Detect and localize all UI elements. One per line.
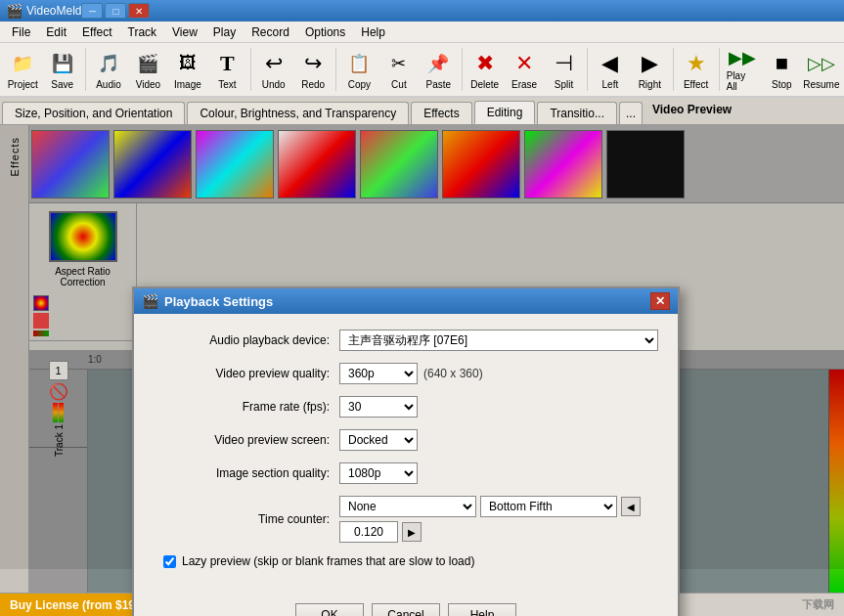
main-content: Effects Aspect RatioCorrection 1:0 [0,125,844,593]
video-icon: 🎬 [134,50,161,77]
toolbar-split[interactable]: ⊣ Split [545,45,582,94]
toolbar-delete-label: Delete [470,79,499,90]
image-quality-select[interactable]: 360p 480p 720p 1080p [339,462,418,484]
menu-track[interactable]: Track [120,22,165,42]
toolbar-paste-label: Paste [426,79,452,90]
split-icon: ⊣ [551,50,578,77]
toolbar-right-label: Right [639,79,661,90]
menu-options[interactable]: Options [297,22,353,42]
toolbar-audio[interactable]: 🎵 Audio [90,45,127,94]
tab-colour[interactable]: Colour, Brightness, and Transparency [187,102,409,124]
toolbar-left[interactable]: ◀ Left [592,45,629,94]
buy-license-button[interactable]: Buy License (from $19) [0,594,149,616]
toolbar-playall[interactable]: ▶▶ Play All [724,45,761,94]
toolbar-playall-label: Play All [727,70,758,92]
toolbar-erase-label: Erase [511,79,537,90]
toolbar-separator-1 [85,48,86,91]
toolbar-undo-label: Undo [262,79,286,90]
dialog-title-text: Playback Settings [164,294,273,309]
menu-effect[interactable]: Effect [74,22,119,42]
frame-rate-row: Frame rate (fps): 15 24 25 30 60 [154,396,658,418]
copy-icon: 📋 [345,50,373,77]
right-icon: ▶ [636,50,663,77]
toolbar-erase[interactable]: ✕ Erase [506,45,543,94]
lazy-preview-checkbox[interactable] [163,555,176,568]
toolbar-right[interactable]: ▶ Right [631,45,668,94]
effect-icon: ★ [683,50,710,77]
toolbar-audio-label: Audio [96,79,121,90]
image-quality-row: Image section quality: 360p 480p 720p 10… [154,462,658,484]
menu-help[interactable]: Help [353,22,393,42]
audio-device-select[interactable]: 主声音驱动程序 [07E6] [339,330,658,351]
image-icon: 🖼 [174,50,201,77]
left-icon: ◀ [597,50,624,77]
toolbar-image-label: Image [174,79,201,90]
menu-record[interactable]: Record [244,22,297,42]
toolbar-cut[interactable]: ✂ Cut [380,45,418,94]
time-counter-select[interactable]: None Top Left Top Right Bottom Left Bott… [339,496,476,517]
ok-button[interactable]: OK [295,603,364,616]
toolbar-project-label: Project [8,79,38,90]
preview-screen-row: Video preview screen: Docked Floating Fu… [154,429,658,451]
tab-size[interactable]: Size, Position, and Orientation [2,102,185,124]
frame-rate-select[interactable]: 15 24 25 30 60 [339,396,418,418]
counter-next-button[interactable]: ▶ [402,522,422,542]
help-button[interactable]: Help [448,603,516,616]
frame-rate-control: 15 24 25 30 60 [339,396,658,418]
toolbar-stop[interactable]: ■ Stop [763,45,800,94]
tab-effects[interactable]: Effects [411,102,471,124]
toolbar-redo[interactable]: ↪ Redo [294,45,332,94]
delete-icon: ✖ [471,50,499,77]
preview-screen-select[interactable]: Docked Floating Fullscreen [339,429,418,451]
toolbar-separator-6 [673,48,674,91]
tab-transition[interactable]: Transitio... [537,102,617,124]
toolbar-image[interactable]: 🖼 Image [169,45,206,94]
toolbar-video[interactable]: 🎬 Video [129,45,166,94]
menu-play[interactable]: Play [205,22,244,42]
save-icon: 💾 [49,50,76,77]
toolbar-project[interactable]: 📁 Project [4,45,41,94]
cancel-button[interactable]: Cancel [372,603,440,616]
menu-edit[interactable]: Edit [38,22,74,42]
dialog-overlay: 🎬 Playback Settings ✕ Audio playback dev… [0,125,844,569]
counter-prev-button[interactable]: ◀ [621,497,641,516]
toolbar-stop-label: Stop [772,79,792,90]
toolbar-effect[interactable]: ★ Effect [677,45,714,94]
toolbar-save[interactable]: 💾 Save [43,45,80,94]
image-quality-label: Image section quality: [154,466,330,480]
toolbar-undo[interactable]: ↩ Undo [254,45,291,94]
time-counter-label: Time counter: [154,512,330,526]
toolbar-copy-label: Copy [348,79,371,90]
toolbar-resume[interactable]: ▷▷ Resume [803,45,840,94]
audio-icon: 🎵 [95,50,122,77]
toolbar-delete[interactable]: ✖ Delete [466,45,503,94]
toolbar-separator-5 [587,48,588,91]
time-counter-control: None Top Left Top Right Bottom Left Bott… [339,496,658,543]
undo-icon: ↩ [260,50,288,77]
video-quality-row: Video preview quality: 360p 480p 720p 10… [154,363,658,384]
video-quality-select[interactable]: 360p 480p 720p 1080p [339,363,418,384]
dialog-close-button[interactable]: ✕ [650,292,670,310]
cut-icon: ✂ [385,50,413,77]
toolbar-text[interactable]: T Text [208,45,245,94]
lazy-preview-label: Lazy preview (skip or blank frames that … [182,554,474,568]
project-icon: 📁 [9,50,36,77]
menu-view[interactable]: View [164,22,205,42]
toolbar-separator-3 [335,48,336,91]
maximize-button[interactable]: □ [105,3,126,19]
toolbar-copy[interactable]: 📋 Copy [340,45,378,94]
time-position-select[interactable]: Top Fifth Bottom Fifth Left Fifth Right … [480,496,617,517]
menu-file[interactable]: File [4,22,38,42]
dialog-footer: OK Cancel Help [134,595,678,616]
frame-rate-label: Frame rate (fps): [154,400,330,414]
toolbar-paste[interactable]: 📌 Paste [420,45,457,94]
toolbar-effect-label: Effect [684,79,708,90]
dialog-body: Audio playback device: 主声音驱动程序 [07E6] Vi… [134,314,678,595]
minimize-button[interactable]: ─ [81,3,103,19]
video-preview-label: Video Preview [652,103,732,120]
tab-editing[interactable]: Editing [474,101,536,124]
close-button[interactable]: ✕ [128,3,150,19]
tabbar: Size, Position, and Orientation Colour, … [0,98,844,125]
tab-more[interactable]: ... [619,102,643,124]
toolbar-separator-4 [462,48,463,91]
